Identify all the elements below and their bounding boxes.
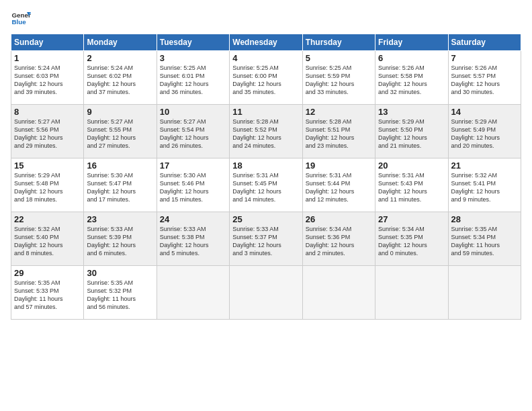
calendar-cell: 13Sunrise: 5:29 AMSunset: 5:50 PMDayligh… (375, 105, 448, 158)
calendar-table: SundayMondayTuesdayWednesdayThursdayFrid… (11, 34, 521, 320)
calendar-cell: 8Sunrise: 5:27 AMSunset: 5:56 PMDaylight… (11, 105, 84, 158)
cell-sun-info: Sunrise: 5:25 AMSunset: 6:01 PMDaylight:… (160, 64, 226, 97)
svg-text:Blue: Blue (12, 18, 27, 26)
cell-sun-info: Sunrise: 5:33 AMSunset: 5:37 PMDaylight:… (232, 225, 299, 258)
cell-sun-info: Sunrise: 5:26 AMSunset: 5:57 PMDaylight:… (451, 64, 518, 97)
day-number: 8 (14, 107, 81, 117)
calendar-cell: 15Sunrise: 5:29 AMSunset: 5:48 PMDayligh… (11, 158, 84, 212)
calendar-cell: 9Sunrise: 5:27 AMSunset: 5:55 PMDaylight… (84, 105, 157, 158)
calendar-cell (448, 266, 521, 320)
day-number: 21 (451, 161, 518, 171)
cell-sun-info: Sunrise: 5:31 AMSunset: 5:45 PMDaylight:… (232, 171, 299, 204)
cell-sun-info: Sunrise: 5:32 AMSunset: 5:41 PMDaylight:… (451, 171, 518, 204)
logo-icon: General Blue (11, 8, 31, 28)
cell-sun-info: Sunrise: 5:30 AMSunset: 5:47 PMDaylight:… (87, 171, 153, 204)
cell-sun-info: Sunrise: 5:29 AMSunset: 5:48 PMDaylight:… (14, 171, 81, 204)
calendar-week-row: 8Sunrise: 5:27 AMSunset: 5:56 PMDaylight… (11, 105, 521, 158)
day-number: 17 (160, 161, 226, 171)
cell-sun-info: Sunrise: 5:33 AMSunset: 5:38 PMDaylight:… (160, 225, 226, 258)
cell-sun-info: Sunrise: 5:28 AMSunset: 5:52 PMDaylight:… (232, 118, 299, 150)
day-number: 23 (87, 214, 153, 224)
calendar-cell: 19Sunrise: 5:31 AMSunset: 5:44 PMDayligh… (302, 158, 375, 212)
calendar-cell (157, 266, 229, 320)
day-number: 10 (160, 107, 226, 117)
day-number: 26 (306, 214, 372, 224)
cell-sun-info: Sunrise: 5:35 AMSunset: 5:32 PMDaylight:… (87, 279, 153, 312)
cell-sun-info: Sunrise: 5:24 AMSunset: 6:02 PMDaylight:… (87, 64, 153, 97)
day-number: 12 (306, 107, 372, 117)
calendar-week-row: 1Sunrise: 5:24 AMSunset: 6:03 PMDaylight… (11, 51, 521, 105)
day-number: 27 (378, 214, 445, 224)
cell-sun-info: Sunrise: 5:26 AMSunset: 5:58 PMDaylight:… (378, 64, 445, 97)
cell-sun-info: Sunrise: 5:35 AMSunset: 5:33 PMDaylight:… (14, 279, 81, 312)
calendar-cell: 24Sunrise: 5:33 AMSunset: 5:38 PMDayligh… (157, 212, 229, 266)
day-number: 22 (14, 214, 81, 224)
day-number: 9 (87, 107, 153, 117)
weekday-header-row: SundayMondayTuesdayWednesdayThursdayFrid… (11, 34, 521, 51)
calendar-week-row: 22Sunrise: 5:32 AMSunset: 5:40 PMDayligh… (11, 212, 521, 266)
calendar-header: SundayMondayTuesdayWednesdayThursdayFrid… (11, 34, 521, 51)
day-number: 28 (451, 214, 518, 224)
calendar-cell: 1Sunrise: 5:24 AMSunset: 6:03 PMDaylight… (11, 51, 84, 105)
calendar-week-row: 15Sunrise: 5:29 AMSunset: 5:48 PMDayligh… (11, 158, 521, 212)
weekday-header-wednesday: Wednesday (230, 34, 302, 51)
calendar-cell: 20Sunrise: 5:31 AMSunset: 5:43 PMDayligh… (375, 158, 448, 212)
calendar-cell: 27Sunrise: 5:34 AMSunset: 5:35 PMDayligh… (375, 212, 448, 266)
day-number: 7 (451, 53, 518, 63)
cell-sun-info: Sunrise: 5:30 AMSunset: 5:46 PMDaylight:… (160, 171, 226, 204)
calendar-cell: 16Sunrise: 5:30 AMSunset: 5:47 PMDayligh… (84, 158, 157, 212)
weekday-header-saturday: Saturday (448, 34, 521, 51)
calendar-cell: 17Sunrise: 5:30 AMSunset: 5:46 PMDayligh… (157, 158, 229, 212)
day-number: 20 (378, 161, 445, 171)
calendar-cell (375, 266, 448, 320)
weekday-header-friday: Friday (375, 34, 448, 51)
page-container: General Blue SundayMondayTuesdayWednesda… (0, 0, 532, 325)
cell-sun-info: Sunrise: 5:24 AMSunset: 6:03 PMDaylight:… (14, 64, 81, 97)
cell-sun-info: Sunrise: 5:29 AMSunset: 5:49 PMDaylight:… (451, 118, 518, 150)
calendar-cell: 21Sunrise: 5:32 AMSunset: 5:41 PMDayligh… (448, 158, 521, 212)
cell-sun-info: Sunrise: 5:27 AMSunset: 5:56 PMDaylight:… (14, 118, 81, 150)
cell-sun-info: Sunrise: 5:27 AMSunset: 5:54 PMDaylight:… (160, 118, 226, 150)
calendar-cell: 14Sunrise: 5:29 AMSunset: 5:49 PMDayligh… (448, 105, 521, 158)
cell-sun-info: Sunrise: 5:27 AMSunset: 5:55 PMDaylight:… (87, 118, 153, 150)
cell-sun-info: Sunrise: 5:31 AMSunset: 5:44 PMDaylight:… (306, 171, 372, 204)
calendar-cell: 30Sunrise: 5:35 AMSunset: 5:32 PMDayligh… (84, 266, 157, 320)
calendar-cell: 26Sunrise: 5:34 AMSunset: 5:36 PMDayligh… (302, 212, 375, 266)
day-number: 25 (232, 214, 299, 224)
day-number: 13 (378, 107, 445, 117)
logo: General Blue (11, 8, 34, 28)
day-number: 15 (14, 161, 81, 171)
calendar-cell (230, 266, 302, 320)
calendar-cell: 6Sunrise: 5:26 AMSunset: 5:58 PMDaylight… (375, 51, 448, 105)
day-number: 30 (87, 268, 153, 278)
day-number: 5 (306, 53, 372, 63)
cell-sun-info: Sunrise: 5:28 AMSunset: 5:51 PMDaylight:… (306, 118, 372, 150)
calendar-cell (302, 266, 375, 320)
calendar-cell: 5Sunrise: 5:25 AMSunset: 5:59 PMDaylight… (302, 51, 375, 105)
calendar-cell: 3Sunrise: 5:25 AMSunset: 6:01 PMDaylight… (157, 51, 229, 105)
calendar-cell: 18Sunrise: 5:31 AMSunset: 5:45 PMDayligh… (230, 158, 302, 212)
calendar-cell: 28Sunrise: 5:35 AMSunset: 5:34 PMDayligh… (448, 212, 521, 266)
day-number: 19 (306, 161, 372, 171)
calendar-cell: 10Sunrise: 5:27 AMSunset: 5:54 PMDayligh… (157, 105, 229, 158)
calendar-cell: 11Sunrise: 5:28 AMSunset: 5:52 PMDayligh… (230, 105, 302, 158)
page-header: General Blue (11, 8, 521, 28)
cell-sun-info: Sunrise: 5:29 AMSunset: 5:50 PMDaylight:… (378, 118, 445, 150)
calendar-week-row: 29Sunrise: 5:35 AMSunset: 5:33 PMDayligh… (11, 266, 521, 320)
cell-sun-info: Sunrise: 5:35 AMSunset: 5:34 PMDaylight:… (451, 225, 518, 258)
weekday-header-thursday: Thursday (302, 34, 375, 51)
cell-sun-info: Sunrise: 5:34 AMSunset: 5:36 PMDaylight:… (306, 225, 372, 258)
cell-sun-info: Sunrise: 5:25 AMSunset: 5:59 PMDaylight:… (306, 64, 372, 97)
day-number: 14 (451, 107, 518, 117)
calendar-body: 1Sunrise: 5:24 AMSunset: 6:03 PMDaylight… (11, 51, 521, 320)
weekday-header-monday: Monday (84, 34, 157, 51)
cell-sun-info: Sunrise: 5:34 AMSunset: 5:35 PMDaylight:… (378, 225, 445, 258)
day-number: 11 (232, 107, 299, 117)
day-number: 18 (232, 161, 299, 171)
day-number: 24 (160, 214, 226, 224)
cell-sun-info: Sunrise: 5:33 AMSunset: 5:39 PMDaylight:… (87, 225, 153, 258)
day-number: 29 (14, 268, 81, 278)
day-number: 4 (232, 53, 299, 63)
day-number: 2 (87, 53, 153, 63)
day-number: 16 (87, 161, 153, 171)
